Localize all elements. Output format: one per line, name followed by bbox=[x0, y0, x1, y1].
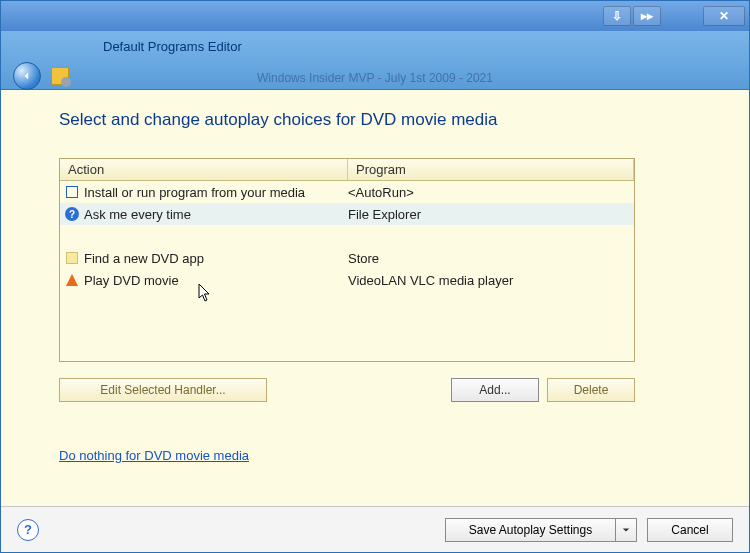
row-action: Play DVD movie bbox=[84, 273, 179, 288]
body: Select and change autoplay choices for D… bbox=[1, 90, 749, 506]
chevron-down-icon bbox=[622, 526, 630, 534]
handlers-grid: Action Program Install or run program fr… bbox=[59, 158, 635, 362]
save-autoplay-split-button: Save Autoplay Settings bbox=[445, 518, 637, 542]
table-row[interactable]: Install or run program from your media <… bbox=[60, 181, 634, 203]
row-action: Install or run program from your media bbox=[84, 185, 305, 200]
store-icon bbox=[64, 250, 80, 266]
titlebar-close-button[interactable]: ✕ bbox=[703, 6, 745, 26]
column-header-action[interactable]: Action bbox=[60, 159, 348, 180]
titlebar-handle-button[interactable]: ▸▸ bbox=[633, 6, 661, 26]
handle-icon: ▸▸ bbox=[641, 9, 653, 23]
pin-icon: ⇩ bbox=[612, 9, 622, 23]
row-program: VideoLAN VLC media player bbox=[348, 273, 630, 288]
save-autoplay-button[interactable]: Save Autoplay Settings bbox=[445, 518, 615, 542]
save-autoplay-dropdown[interactable] bbox=[615, 518, 637, 542]
edit-selected-handler-button[interactable]: Edit Selected Handler... bbox=[59, 378, 267, 402]
grid-spacer bbox=[60, 225, 634, 247]
question-icon: ? bbox=[64, 206, 80, 222]
footer: ? Save Autoplay Settings Cancel bbox=[1, 506, 749, 552]
row-action: Find a new DVD app bbox=[84, 251, 204, 266]
delete-button[interactable]: Delete bbox=[547, 378, 635, 402]
window: ⇩ ▸▸ ✕ Default Programs Editor Windows I… bbox=[0, 0, 750, 553]
titlebar-pin-button[interactable]: ⇩ bbox=[603, 6, 631, 26]
do-nothing-link[interactable]: Do nothing for DVD movie media bbox=[59, 448, 721, 463]
row-program: <AutoRun> bbox=[348, 185, 630, 200]
row-action: Ask me every time bbox=[84, 207, 191, 222]
app-title: Default Programs Editor bbox=[103, 39, 737, 54]
cancel-button[interactable]: Cancel bbox=[647, 518, 733, 542]
panel: Action Program Install or run program fr… bbox=[59, 158, 635, 402]
vlc-icon bbox=[64, 272, 80, 288]
help-icon: ? bbox=[24, 522, 32, 537]
titlebar: ⇩ ▸▸ ✕ bbox=[1, 1, 749, 31]
table-row[interactable]: Find a new DVD app Store bbox=[60, 247, 634, 269]
help-button[interactable]: ? bbox=[17, 519, 39, 541]
table-row[interactable]: Play DVD movie VideoLAN VLC media player bbox=[60, 269, 634, 291]
button-row: Edit Selected Handler... Add... Delete bbox=[59, 378, 635, 402]
close-icon: ✕ bbox=[719, 9, 729, 23]
grid-header: Action Program bbox=[60, 159, 634, 181]
add-button[interactable]: Add... bbox=[451, 378, 539, 402]
table-row[interactable]: ? Ask me every time File Explorer bbox=[60, 203, 634, 225]
page-title: Select and change autoplay choices for D… bbox=[59, 110, 721, 130]
row-program: File Explorer bbox=[348, 207, 630, 222]
watermark-text: Windows Insider MVP - July 1st 2009 - 20… bbox=[1, 71, 749, 85]
autorun-icon bbox=[64, 184, 80, 200]
row-program: Store bbox=[348, 251, 630, 266]
header: Default Programs Editor Windows Insider … bbox=[1, 31, 749, 90]
column-header-program[interactable]: Program bbox=[348, 159, 634, 180]
